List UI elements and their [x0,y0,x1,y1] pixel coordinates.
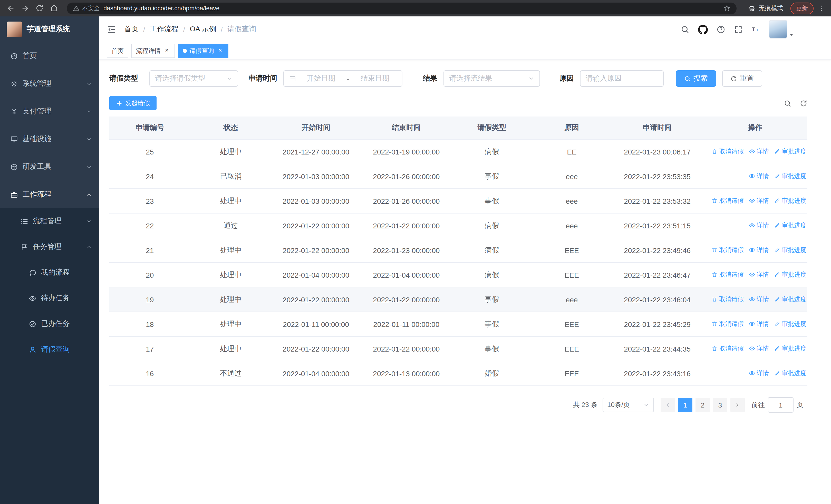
reason-label: 原因 [560,74,574,83]
detail-link[interactable]: 详情 [749,345,769,353]
hamburger-icon[interactable] [107,24,116,34]
close-icon[interactable]: × [217,47,224,54]
page-button-3[interactable]: 3 [713,398,727,412]
page-size-select[interactable]: 10条/页 [603,398,654,412]
sidebar-item-task-management[interactable]: 任务管理 [0,234,99,260]
goto-page-input[interactable] [768,397,794,413]
tab-home[interactable]: 首页 [107,43,128,58]
tabs-bar: 首页流程详情×请假查询× [99,42,831,60]
browser-menu-icon[interactable] [816,5,826,12]
detail-link[interactable]: 详情 [749,369,769,378]
apply-time-range-picker[interactable]: 开始日期 - 结束日期 [283,70,402,87]
sidebar-item-todo-tasks[interactable]: 待办任务 [0,285,99,311]
browser-update-button[interactable]: 更新 [791,2,813,14]
sidebar-item-process-management[interactable]: 流程管理 [0,208,99,234]
detail-link[interactable]: 详情 [749,147,769,156]
browser-forward-icon[interactable] [20,3,31,14]
sidebar-item-workflow[interactable]: 工作流程 [0,181,99,208]
sidebar-logo[interactable]: 芋道管理系统 [0,17,99,42]
approval-progress-link[interactable]: 审批进度 [774,320,806,328]
detail-link[interactable]: 详情 [749,270,769,279]
sidebar-item-leave-query[interactable]: 请假查询 [0,337,99,362]
apply-time-label: 申请时间 [249,74,277,83]
breadcrumb-item[interactable]: 首页 [124,25,139,34]
cell-status: 处理中 [191,287,271,312]
approval-progress-link[interactable]: 审批进度 [774,197,806,205]
search-button[interactable]: 搜索 [676,70,716,87]
cancel-leave-link[interactable]: 取消请假 [711,270,744,279]
detail-link[interactable]: 详情 [749,295,769,304]
github-icon[interactable] [698,24,708,34]
sidebar-item-system[interactable]: 系统管理 [0,70,99,97]
cell-reason: EEE [532,336,612,361]
cell-actions: 详情审批进度 [703,213,807,238]
reason-input[interactable]: 请输入原因 [580,70,664,87]
reset-button-label: 重置 [740,74,754,83]
page-button-1[interactable]: 1 [678,398,692,412]
approval-progress-link[interactable]: 审批进度 [774,147,806,156]
url-text[interactable]: dashboard.yudao.iocoder.cn/bpm/oa/leave [104,5,720,12]
caret-down-icon [789,32,794,37]
approval-progress-link[interactable]: 审批进度 [774,172,806,181]
cancel-leave-link[interactable]: 取消请假 [711,197,744,205]
address-bar[interactable]: 不安全 dashboard.yudao.iocoder.cn/bpm/oa/le… [67,2,737,14]
approval-progress-link[interactable]: 审批进度 [774,270,806,279]
sidebar-item-done-tasks[interactable]: 已办任务 [0,311,99,337]
sidebar-item-home[interactable]: 首页 [0,42,99,70]
sidebar-item-payment[interactable]: 支付管理 [0,97,99,125]
incognito-badge: 无痕模式 [744,4,787,12]
approval-progress-link[interactable]: 审批进度 [774,345,806,353]
cancel-leave-link[interactable]: 取消请假 [711,320,744,328]
sidebar-item-infrastructure[interactable]: 基础设施 [0,125,99,153]
goto-page: 前往 页 [751,397,803,413]
toggle-search-icon[interactable] [784,99,792,107]
cell-id: 18 [109,312,191,336]
cell-leave-type: 病假 [452,139,532,164]
create-leave-button[interactable]: 发起请假 [109,96,156,110]
tab-process-detail[interactable]: 流程详情× [132,43,175,58]
cancel-leave-link[interactable]: 取消请假 [711,147,744,156]
breadcrumb-item[interactable]: OA 示例 [190,25,216,34]
bookmark-star-icon[interactable] [723,5,730,12]
user-menu[interactable] [769,20,794,38]
detail-link[interactable]: 详情 [749,197,769,205]
topbar-actions: TT [681,20,794,38]
approval-progress-link[interactable]: 审批进度 [774,221,806,230]
range-separator: - [346,75,350,83]
detail-link[interactable]: 详情 [749,246,769,255]
browser-home-icon[interactable] [48,3,60,14]
approval-progress-link[interactable]: 审批进度 [774,369,806,378]
browser-refresh-icon[interactable] [34,3,45,14]
next-page-button[interactable] [730,398,745,412]
cancel-leave-link[interactable]: 取消请假 [711,345,744,353]
font-size-icon[interactable]: TT [751,25,760,34]
breadcrumb-item[interactable]: 工作流程 [150,25,179,34]
search-icon[interactable] [681,25,689,34]
table-refresh-icon[interactable] [800,99,807,107]
detail-link[interactable]: 详情 [749,221,769,230]
browser-back-icon[interactable] [5,3,17,14]
tab-leave-query[interactable]: 请假查询× [178,43,228,58]
fullscreen-icon[interactable] [734,25,743,34]
sidebar-item-my-process[interactable]: 我的流程 [0,260,99,285]
security-chip[interactable]: 不安全 [73,4,100,12]
detail-link[interactable]: 详情 [749,320,769,328]
sidebar-item-devtools[interactable]: 研发工具 [0,153,99,181]
cell-id: 21 [109,238,191,263]
page-button-2[interactable]: 2 [695,398,710,412]
detail-link[interactable]: 详情 [749,172,769,181]
cancel-leave-link[interactable]: 取消请假 [711,295,744,304]
prev-page-button[interactable] [661,398,675,412]
cell-leave-type: 事假 [452,312,532,336]
result-select[interactable]: 请选择流结果 [443,70,540,87]
help-icon[interactable] [717,25,725,34]
cancel-leave-link[interactable]: 取消请假 [711,246,744,255]
cell-apply-time: 2022-01-22 23:49:46 [612,238,703,263]
close-icon[interactable]: × [163,47,170,54]
reset-button[interactable]: 重置 [722,70,762,87]
action-label: 审批进度 [782,295,806,304]
tab-label: 请假查询 [190,47,214,55]
approval-progress-link[interactable]: 审批进度 [774,246,806,255]
leave-type-select[interactable]: 请选择请假类型 [149,70,238,87]
approval-progress-link[interactable]: 审批进度 [774,295,806,304]
